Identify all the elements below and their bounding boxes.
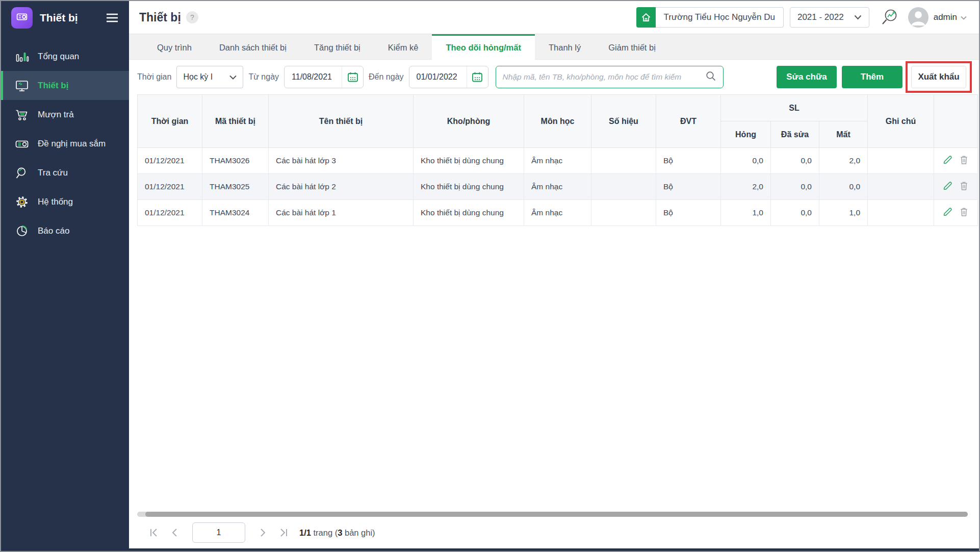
first-page-icon[interactable] bbox=[147, 528, 161, 537]
cell-unit: Bộ bbox=[656, 174, 721, 200]
cell-fixed: 0,0 bbox=[771, 174, 819, 200]
sidebar-item-label: Báo cáo bbox=[38, 226, 69, 236]
cell-name: Các bài hát lớp 1 bbox=[269, 200, 414, 226]
from-date-input[interactable]: 11/08/2021 bbox=[284, 66, 364, 88]
pie-chart-icon bbox=[14, 223, 30, 239]
sidebar-item-label: Tra cứu bbox=[38, 168, 68, 178]
horizontal-scrollbar[interactable] bbox=[137, 512, 968, 517]
gear-icon bbox=[14, 194, 30, 210]
search-icon[interactable] bbox=[705, 70, 716, 84]
equipment-table: Thời gian Mã thiết bị Tên thiết bị Kho/p… bbox=[129, 94, 979, 512]
next-page-icon[interactable] bbox=[256, 528, 270, 537]
page-number-input[interactable] bbox=[192, 522, 245, 543]
search-input[interactable] bbox=[503, 72, 705, 82]
hamburger-menu-icon[interactable] bbox=[106, 12, 119, 23]
school-year-select[interactable]: 2021 - 2022 bbox=[790, 7, 869, 28]
col-header-serial: Số hiệu bbox=[591, 95, 656, 148]
school-name: Trường Tiểu Học Nguyễn Du bbox=[656, 7, 784, 28]
magnifier-icon bbox=[14, 165, 30, 181]
tab-kiem-ke[interactable]: Kiểm kê bbox=[374, 34, 432, 59]
tab-giam-thiet-bi[interactable]: Giảm thiết bị bbox=[595, 34, 669, 59]
semester-select[interactable]: Học kỳ I bbox=[176, 66, 243, 88]
cell-subject: Âm nhạc bbox=[524, 174, 591, 200]
cell-fixed: 0,0 bbox=[771, 200, 819, 226]
brand-title: Thiết bị bbox=[40, 12, 78, 24]
delete-trash-icon[interactable] bbox=[959, 181, 969, 191]
avatar[interactable] bbox=[908, 7, 929, 28]
to-date-value: 01/01/2022 bbox=[409, 72, 467, 82]
sidebar-item-tra-cuu[interactable]: Tra cứu bbox=[1, 158, 129, 187]
export-highlight-annotation: Xuất khẩu bbox=[906, 61, 972, 93]
cell-serial bbox=[591, 174, 656, 200]
col-header-code: Mã thiết bị bbox=[202, 95, 269, 148]
cell-time: 01/12/2021 bbox=[138, 200, 202, 226]
monitor-icon bbox=[14, 78, 30, 93]
edit-pencil-icon[interactable] bbox=[942, 207, 952, 217]
bar-chart-icon bbox=[14, 49, 30, 64]
last-page-icon[interactable] bbox=[277, 528, 290, 537]
delete-trash-icon[interactable] bbox=[959, 155, 969, 165]
tab-theo-doi-hong-mat[interactable]: Theo dõi hỏng/mất bbox=[432, 34, 535, 60]
time-filter-label: Thời gian bbox=[137, 72, 171, 82]
edit-pencil-icon[interactable] bbox=[942, 155, 952, 165]
repair-button[interactable]: Sửa chữa bbox=[777, 66, 837, 88]
col-header-time: Thời gian bbox=[138, 95, 202, 148]
tab-bar: Quy trình Danh sách thiết bị Tăng thiết … bbox=[129, 34, 979, 60]
chart-search-icon[interactable] bbox=[879, 7, 900, 28]
help-badge[interactable]: ? bbox=[186, 11, 198, 23]
filter-bar: Thời gian Học kỳ I Từ ngày 11/08/2021 bbox=[129, 60, 979, 94]
sidebar-item-muon-tra[interactable]: Mượn trả bbox=[1, 100, 129, 129]
sidebar-item-thiet-bi[interactable]: Thiết bị bbox=[1, 71, 129, 100]
prev-page-icon[interactable] bbox=[168, 528, 181, 537]
cell-subject: Âm nhạc bbox=[524, 148, 591, 174]
export-button[interactable]: Xuất khẩu bbox=[911, 66, 966, 88]
pagination-bar: 1/1 trang (3 bản ghi) bbox=[129, 517, 979, 548]
cell-fixed: 0,0 bbox=[771, 148, 819, 174]
sidebar-item-bao-cao[interactable]: Báo cáo bbox=[1, 216, 129, 245]
tab-thanh-ly[interactable]: Thanh lý bbox=[535, 34, 595, 59]
username: admin bbox=[934, 12, 957, 22]
search-box bbox=[496, 66, 724, 88]
sidebar-menu: Tổng quan Thiết bị bbox=[1, 42, 129, 245]
tab-danh-sach-thiet-bi[interactable]: Danh sách thiết bị bbox=[205, 34, 300, 59]
from-date-value: 11/08/2021 bbox=[285, 72, 342, 82]
home-icon bbox=[636, 7, 656, 28]
sidebar-item-label: Đề nghị mua sắm bbox=[38, 139, 106, 149]
add-button[interactable]: Thêm bbox=[842, 66, 902, 88]
sidebar: Thiết bị bbox=[1, 1, 129, 548]
delete-trash-icon[interactable] bbox=[959, 207, 969, 217]
cell-broken: 0,0 bbox=[721, 148, 771, 174]
to-date-input[interactable]: 01/01/2022 bbox=[409, 66, 488, 88]
col-header-qty-group: SL bbox=[721, 95, 868, 121]
col-header-lost: Mất bbox=[819, 121, 868, 148]
sidebar-item-tong-quan[interactable]: Tổng quan bbox=[1, 42, 129, 71]
school-selector[interactable]: Trường Tiểu Học Nguyễn Du bbox=[636, 7, 784, 28]
cell-note bbox=[868, 174, 934, 200]
edit-pencil-icon[interactable] bbox=[942, 181, 952, 191]
app-window: Thiết bị bbox=[0, 0, 980, 552]
calendar-icon bbox=[342, 66, 363, 88]
user-menu[interactable]: admin bbox=[934, 12, 967, 22]
scrollbar-thumb[interactable] bbox=[145, 512, 968, 517]
cell-code: THAM3026 bbox=[202, 148, 269, 174]
col-header-subject: Môn học bbox=[524, 95, 591, 148]
tab-quy-trinh[interactable]: Quy trình bbox=[143, 34, 205, 59]
cell-code: THAM3024 bbox=[202, 200, 269, 226]
table-header: Thời gian Mã thiết bị Tên thiết bị Kho/p… bbox=[138, 95, 978, 148]
col-header-name: Tên thiết bị bbox=[269, 95, 414, 148]
tab-tang-thiet-bi[interactable]: Tăng thiết bị bbox=[300, 34, 374, 59]
cell-broken: 2,0 bbox=[721, 174, 771, 200]
sidebar-item-de-nghi-mua-sam[interactable]: Đề nghị mua sắm bbox=[1, 129, 129, 158]
table-row: 01/12/2021 THAM3025 Các bài hát lớp 2 Kh… bbox=[138, 174, 978, 200]
sidebar-item-he-thong[interactable]: Hệ thống bbox=[1, 187, 129, 216]
projector-icon bbox=[14, 136, 30, 152]
pagination-info: 1/1 trang (3 bản ghi) bbox=[299, 528, 375, 538]
cell-code: THAM3025 bbox=[202, 174, 269, 200]
col-header-actions bbox=[934, 95, 978, 148]
sidebar-item-label: Hệ thống bbox=[38, 197, 73, 207]
from-date-label: Từ ngày bbox=[248, 72, 279, 82]
col-header-fixed: Đã sửa bbox=[771, 121, 819, 148]
table-row: 01/12/2021 THAM3026 Các bài hát lớp 3 Kh… bbox=[138, 148, 978, 174]
chevron-down-icon bbox=[854, 12, 862, 22]
main-area: Thiết bị ? Trường Tiểu Học Nguyễn Du bbox=[129, 1, 979, 548]
